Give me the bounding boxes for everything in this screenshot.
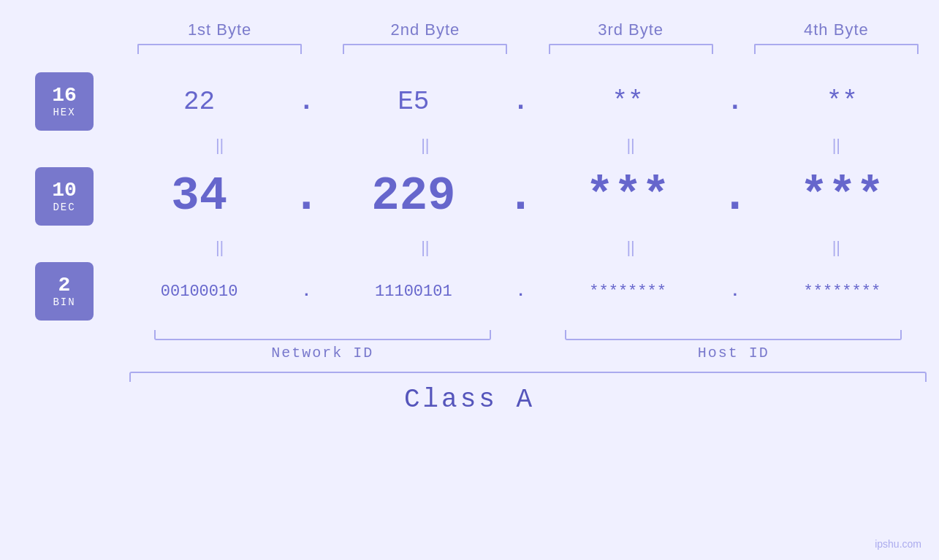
bin-byte3: ******** [531, 283, 725, 301]
sep-dec-bin-1: || [117, 238, 322, 257]
dec-byte3-value: *** [531, 170, 725, 223]
sep-sym-db-4: || [734, 238, 939, 257]
hex-byte1: 22 [102, 87, 296, 117]
byte4-header: 4th Byte [734, 20, 939, 39]
byte3-header: 3rd Byte [528, 20, 734, 39]
bin-byte1: 00100010 [102, 283, 296, 301]
hex-dot1-sym: . [298, 87, 314, 117]
main-container: 1st Byte 2nd Byte 3rd Byte 4th Byte 16 H… [0, 0, 939, 560]
top-bracket-row [0, 44, 939, 54]
hex-byte3-value: ** [531, 87, 725, 117]
bin-dot1: . [296, 283, 316, 301]
bracket-line-1 [137, 44, 302, 54]
bracket-line-3 [549, 44, 713, 54]
hex-byte2: E5 [316, 87, 510, 117]
bin-byte1-value: 00100010 [102, 283, 296, 301]
id-labels-row: Network ID Host ID [0, 345, 939, 361]
hex-dot1: . [296, 87, 316, 117]
bin-dot3-sym: . [730, 283, 740, 301]
sep-sym-4: || [734, 136, 939, 155]
hex-byte1-value: 22 [102, 87, 296, 117]
dec-byte4-value: *** [745, 170, 939, 223]
hex-dot3-sym: . [727, 87, 743, 117]
dec-dot3: . [725, 170, 745, 223]
byte1-header: 1st Byte [117, 20, 322, 39]
dec-badge: 10 DEC [35, 167, 94, 226]
sep-dec-bin-2: || [322, 238, 528, 257]
network-bracket-container [117, 330, 528, 340]
host-bracket-line [565, 330, 902, 340]
sep-sym-2: || [322, 136, 528, 155]
dec-values: 34 . 229 . *** . *** [94, 170, 939, 223]
bin-byte4: ******** [745, 283, 939, 301]
class-bracket-line [129, 372, 927, 382]
bracket-1 [117, 44, 322, 54]
sep-sym-1: || [117, 136, 322, 155]
sep-sym-db-3: || [528, 238, 734, 257]
class-bracket-row [0, 372, 939, 382]
hex-dot2: . [511, 87, 531, 117]
hex-dot3: . [725, 87, 745, 117]
host-bracket-container [528, 330, 940, 340]
bin-values: 00100010 . 11100101 . ******** . *******… [94, 283, 939, 301]
sep-dec-bin-3: || [528, 238, 734, 257]
sep-hex-dec-1: || [117, 136, 322, 155]
bin-byte4-value: ******** [745, 283, 939, 301]
hex-dot2-sym: . [513, 87, 529, 117]
watermark: ipshu.com [875, 538, 921, 550]
bin-dot2-sym: . [516, 283, 525, 301]
hex-badge-label: HEX [53, 107, 75, 118]
sep-hex-dec-2: || [322, 136, 528, 155]
sep-hex-dec: || || || || [0, 134, 939, 156]
sep-hex-dec-4: || [734, 136, 939, 155]
hex-values: 22 . E5 . ** . ** [94, 87, 939, 117]
sep-sym-db-2: || [322, 238, 528, 257]
bracket-line-4 [754, 44, 919, 54]
sep-dec-bin-4: || [734, 238, 939, 257]
bracket-2 [322, 44, 528, 54]
dec-row: 10 DEC 34 . 229 . *** . *** [0, 156, 939, 237]
hex-byte4-value: ** [745, 87, 939, 117]
bin-dot1-sym: . [302, 283, 311, 301]
bin-dot2: . [511, 283, 531, 301]
bin-byte2-value: 11100101 [316, 283, 510, 301]
host-id-label: Host ID [528, 345, 940, 361]
dec-dot2: . [511, 170, 531, 223]
bracket-line-2 [343, 44, 507, 54]
bin-byte2: 11100101 [316, 283, 510, 301]
dec-byte1-value: 34 [102, 170, 296, 223]
sep-hex-dec-3: || [528, 136, 734, 155]
network-id-label: Network ID [117, 345, 528, 361]
dec-badge-num: 10 [52, 180, 77, 202]
dec-byte2: 229 [316, 170, 510, 223]
hex-badge: 16 HEX [35, 72, 94, 131]
bin-badge: 2 BIN [35, 262, 94, 321]
class-bracket-container [117, 372, 939, 382]
sep-sym-3: || [528, 136, 734, 155]
dec-byte4: *** [745, 170, 939, 223]
dec-byte1: 34 [102, 170, 296, 223]
bin-badge-num: 2 [58, 275, 71, 297]
sep-dec-bin: || || || || [0, 237, 939, 258]
network-bracket-line [154, 330, 491, 340]
byte2-header: 2nd Byte [322, 20, 528, 39]
class-label: Class A [0, 385, 939, 415]
bin-dot3: . [725, 283, 745, 301]
hex-byte4: ** [745, 87, 939, 117]
bracket-4 [734, 44, 939, 54]
byte-headers: 1st Byte 2nd Byte 3rd Byte 4th Byte [0, 20, 939, 39]
bin-badge-label: BIN [53, 296, 75, 308]
dec-byte3: *** [531, 170, 725, 223]
dec-byte2-value: 229 [316, 170, 510, 223]
dec-badge-label: DEC [53, 202, 75, 213]
bin-byte3-value: ******** [531, 283, 725, 301]
hex-byte2-value: E5 [316, 87, 510, 117]
bracket-3 [528, 44, 734, 54]
bottom-bracket-row [0, 330, 939, 340]
sep-sym-db-1: || [117, 238, 322, 257]
hex-badge-num: 16 [52, 85, 77, 107]
hex-row: 16 HEX 22 . E5 . ** . ** [0, 69, 939, 134]
dec-dot1: . [296, 170, 316, 223]
bin-row: 2 BIN 00100010 . 11100101 . ******** . [0, 258, 939, 324]
hex-byte3: ** [531, 87, 725, 117]
